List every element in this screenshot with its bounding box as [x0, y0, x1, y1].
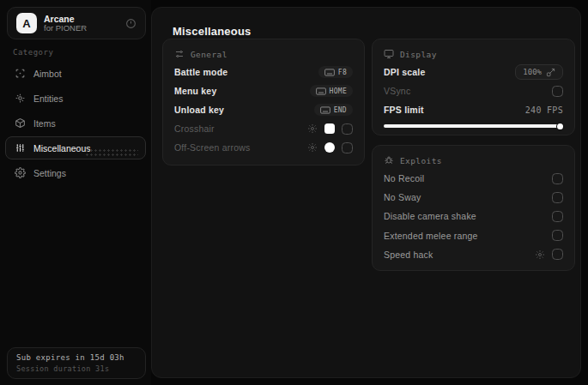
- sidebar-item-entities[interactable]: Entities: [5, 87, 146, 110]
- disable-camera-shake-label: Disable camera shake: [384, 211, 552, 221]
- app-window: A Arcane for PIONER Category A: [0, 0, 588, 385]
- crosshair-scan-icon: [15, 68, 26, 79]
- brand-card: A Arcane for PIONER: [7, 7, 146, 39]
- setting-row-unload-key: Unload key END: [174, 100, 353, 119]
- extended-melee-range-label: Extended melee range: [384, 231, 552, 241]
- setting-row-no-sway: No Sway: [384, 188, 563, 207]
- main-panel: Miscellaneous General Battle mode: [151, 7, 581, 378]
- dpi-scale-label: DPI scale: [384, 67, 515, 77]
- no-sway-checkbox[interactable]: [552, 192, 563, 203]
- offscreen-color-swatch[interactable]: [324, 142, 335, 153]
- setting-row-extended-melee-range: Extended melee range: [384, 226, 563, 245]
- general-card-title: General: [191, 50, 227, 59]
- sliders-small-icon: [174, 49, 185, 59]
- power-icon[interactable]: [125, 18, 136, 29]
- fps-slider-fill: [384, 124, 561, 128]
- sidebar-item-miscellaneous[interactable]: Miscellaneous: [5, 136, 146, 159]
- sidebar-item-items[interactable]: Items: [5, 111, 146, 135]
- sidebar-nav: Aimbot Entities Items: [5, 62, 146, 184]
- fps-limit-value: 240 FPS: [525, 105, 563, 115]
- sidebar-item-label: Settings: [33, 168, 66, 178]
- scaling-icon: [546, 68, 555, 77]
- sliders-icon: [15, 142, 26, 153]
- app-logo: A: [16, 13, 37, 33]
- crosshair-label: Crosshair: [174, 123, 307, 134]
- setting-row-fps-limit: FPS limit 240 FPS: [384, 100, 563, 119]
- menu-key-label: Menu key: [174, 86, 310, 96]
- no-recoil-label: No Recoil: [384, 173, 552, 183]
- setting-row-menu-key: Menu key HOME: [174, 81, 353, 100]
- speed-hack-settings-gear-icon[interactable]: [535, 250, 545, 260]
- setting-row-offscreen-arrows: Off-Screen arrows: [174, 138, 353, 157]
- keyboard-icon: [320, 106, 330, 114]
- bug-icon: [384, 155, 394, 165]
- category-label: Category: [13, 48, 53, 57]
- menu-key-keybind-button[interactable]: HOME: [310, 85, 353, 97]
- offscreen-arrows-label: Off-Screen arrows: [174, 142, 307, 153]
- page-title: Miscellaneous: [173, 25, 251, 38]
- sidebar-item-aimbot[interactable]: Aimbot: [5, 62, 146, 85]
- fps-limit-label: FPS limit: [384, 105, 525, 115]
- exploits-card-title: Exploits: [400, 156, 442, 165]
- crosshair-checkbox[interactable]: [342, 123, 353, 135]
- crosshair-settings-gear-icon[interactable]: [307, 123, 318, 134]
- vsync-checkbox[interactable]: [552, 86, 563, 97]
- exploits-card: Exploits No Recoil No Sway Disable camer…: [372, 145, 575, 271]
- sidebar-item-label: Miscellaneous: [33, 143, 91, 153]
- sidebar-item-label: Aimbot: [33, 69, 62, 79]
- battle-mode-keybind-button[interactable]: F8: [318, 66, 353, 78]
- speed-hack-checkbox[interactable]: [552, 249, 563, 260]
- display-card-title: Display: [400, 50, 437, 59]
- display-card: Display DPI scale 100% VSync: [372, 39, 575, 135]
- app-subtitle: for PIONER: [44, 24, 118, 33]
- monitor-icon: [384, 49, 394, 59]
- unload-key-keybind-button[interactable]: END: [314, 104, 353, 116]
- setting-row-battle-mode: Battle mode F8: [174, 63, 353, 81]
- general-card: General Battle mode F8 Menu key: [162, 39, 365, 165]
- no-sway-label: No Sway: [384, 192, 552, 202]
- active-item-dots-decoration: [85, 148, 138, 156]
- keyboard-icon: [316, 87, 326, 95]
- unload-key-label: Unload key: [174, 105, 314, 115]
- battle-mode-label: Battle mode: [174, 67, 318, 77]
- extended-melee-range-checkbox[interactable]: [552, 230, 563, 241]
- fps-slider-thumb[interactable]: [557, 123, 563, 129]
- offscreen-settings-gear-icon[interactable]: [307, 142, 318, 153]
- setting-row-crosshair: Crosshair: [174, 119, 353, 138]
- dpi-scale-select[interactable]: 100%: [515, 64, 563, 80]
- disable-camera-shake-checkbox[interactable]: [552, 211, 563, 222]
- speed-hack-label: Speed hack: [384, 250, 535, 260]
- vsync-label: VSync: [384, 86, 552, 96]
- entities-icon: [15, 93, 26, 104]
- sidebar-item-label: Items: [33, 118, 56, 129]
- keyboard-icon: [324, 69, 335, 76]
- setting-row-no-recoil: No Recoil: [384, 169, 563, 188]
- gear-icon: [15, 167, 26, 178]
- box-icon: [15, 117, 26, 129]
- app-title: Arcane: [44, 14, 118, 24]
- sidebar-item-settings[interactable]: Settings: [5, 161, 146, 184]
- subscription-card: Sub expires in 15d 03h Session duration …: [7, 347, 146, 379]
- offscreen-checkbox[interactable]: [342, 142, 353, 153]
- setting-row-speed-hack: Speed hack: [384, 245, 563, 264]
- sidebar-item-label: Entities: [33, 93, 63, 104]
- sub-expiry-text: Sub expires in 15d 03h: [16, 353, 136, 362]
- session-duration-text: Session duration 31s: [16, 364, 136, 373]
- setting-row-disable-camera-shake: Disable camera shake: [384, 207, 563, 226]
- no-recoil-checkbox[interactable]: [552, 173, 563, 184]
- setting-row-vsync: VSync: [384, 81, 563, 100]
- fps-limit-slider[interactable]: [384, 124, 563, 128]
- setting-row-dpi-scale: DPI scale 100%: [384, 63, 563, 81]
- crosshair-color-swatch[interactable]: [324, 123, 335, 134]
- sidebar: A Arcane for PIONER Category A: [0, 0, 151, 385]
